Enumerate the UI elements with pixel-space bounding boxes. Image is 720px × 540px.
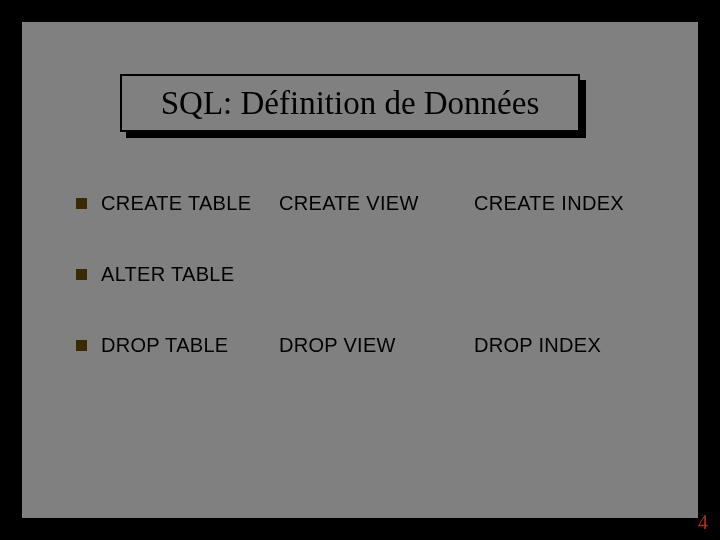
cell-alter-table: ALTER TABLE xyxy=(101,263,279,286)
cell-drop-view: DROP VIEW xyxy=(279,334,474,357)
bullet-icon xyxy=(76,198,87,209)
slide-title: SQL: Définition de Données xyxy=(161,85,540,122)
title-box: SQL: Définition de Données xyxy=(120,74,580,132)
bullet-icon xyxy=(76,340,87,351)
cell-drop-table: DROP TABLE xyxy=(101,334,279,357)
cell-empty xyxy=(279,263,474,286)
list-item: CREATE TABLE CREATE VIEW CREATE INDEX xyxy=(76,192,656,215)
cell-drop-index: DROP INDEX xyxy=(474,334,601,357)
bullet-icon xyxy=(76,269,87,280)
cell-create-index: CREATE INDEX xyxy=(474,192,624,215)
row-cells: CREATE TABLE CREATE VIEW CREATE INDEX xyxy=(101,192,656,215)
list-item: DROP TABLE DROP VIEW DROP INDEX xyxy=(76,334,656,357)
cell-create-view: CREATE VIEW xyxy=(279,192,474,215)
row-cells: DROP TABLE DROP VIEW DROP INDEX xyxy=(101,334,656,357)
page-number: 4 xyxy=(698,511,708,534)
slide-frame: SQL: Définition de Données CREATE TABLE … xyxy=(22,22,698,518)
list-item: ALTER TABLE xyxy=(76,263,656,286)
content-area: CREATE TABLE CREATE VIEW CREATE INDEX AL… xyxy=(76,192,656,405)
row-cells: ALTER TABLE xyxy=(101,263,656,286)
cell-create-table: CREATE TABLE xyxy=(101,192,279,215)
